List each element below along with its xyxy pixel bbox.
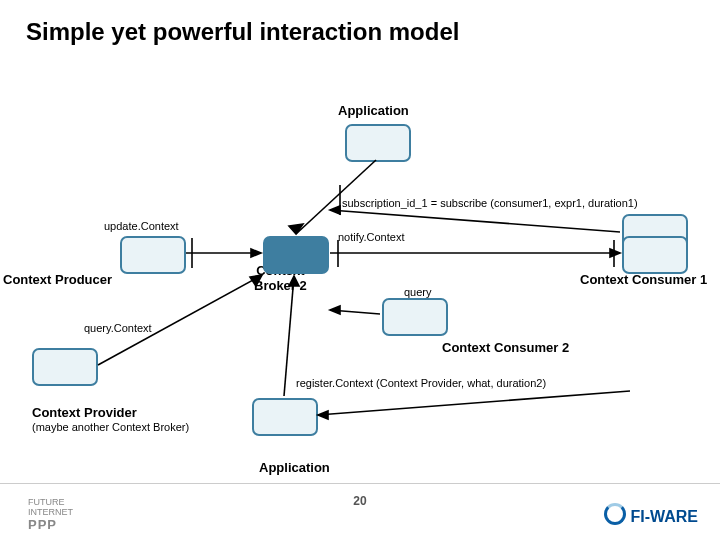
application-top-box — [345, 124, 411, 162]
svg-marker-4 — [330, 306, 340, 314]
svg-marker-6 — [318, 411, 328, 419]
svg-marker-3 — [610, 249, 620, 257]
svg-marker-0 — [289, 224, 303, 234]
svg-marker-2 — [251, 249, 261, 257]
subscribe-label: subscription_id_1 = subscribe (consumer1… — [342, 197, 638, 209]
consumer2-box — [32, 348, 98, 386]
query-result-box — [382, 298, 448, 336]
query-context-label: query.Context — [84, 322, 152, 334]
connector-lines — [0, 0, 720, 540]
consumer1-notify-box — [622, 236, 688, 274]
future-internet-ppp-logo: FUTURE INTERNET PPP — [28, 498, 73, 532]
context-consumer1-label: Context Consumer 1 — [580, 272, 707, 287]
register-context-label: register.Context (Context Provider, what… — [296, 377, 546, 389]
provider-box — [252, 398, 318, 436]
application-bottom-label: Application — [259, 460, 330, 475]
context-consumer2-label: Context Consumer 2 — [442, 340, 569, 355]
query-arrow-label: query — [404, 286, 432, 298]
fiware-ring-icon — [604, 503, 626, 525]
context-provider-label: Context Provider — [32, 405, 137, 420]
application-top-label: Application — [338, 103, 409, 118]
fiware-logo: FI-WARE — [604, 503, 698, 526]
slide: Simple yet powerful interaction model Ap… — [0, 0, 720, 540]
context-producer-label: Context Producer — [3, 272, 112, 287]
svg-marker-1 — [330, 206, 340, 214]
slide-title: Simple yet powerful interaction model — [26, 18, 459, 46]
context-provider-sub-label: (maybe another Context Broker) — [32, 421, 189, 433]
update-context-label: update.Context — [104, 220, 179, 232]
producer-box — [120, 236, 186, 274]
broker-box — [263, 236, 329, 274]
notify-context-label: notify.Context — [338, 231, 404, 243]
footer: 20 FUTURE INTERNET PPP FI-WARE — [0, 483, 720, 540]
